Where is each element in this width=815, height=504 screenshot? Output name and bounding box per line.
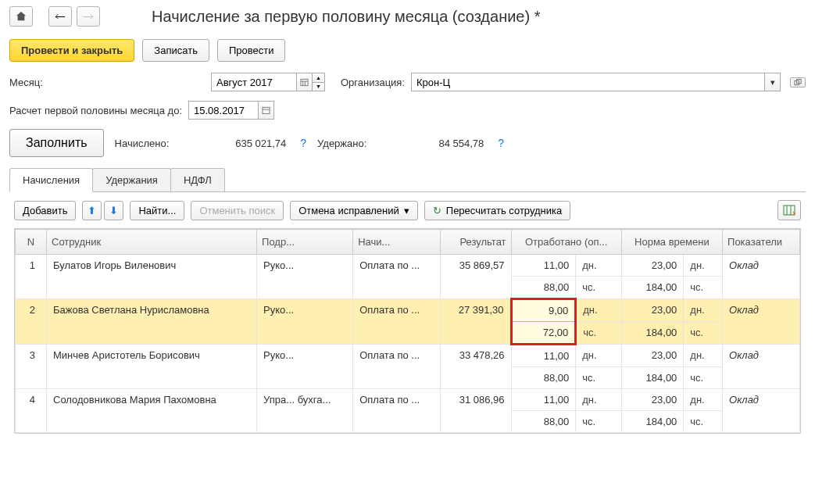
withheld-label: Удержано: <box>317 138 366 149</box>
tab-accruals[interactable]: Начисления <box>9 168 93 192</box>
cell-norm-hours: 184,00 <box>621 367 684 389</box>
cell-indicator: Оклад <box>723 389 800 433</box>
post-button[interactable]: Провести <box>217 39 286 62</box>
cell-employee: Булатов Игорь Виленович <box>47 255 257 299</box>
cell-unit-dn: дн. <box>684 389 723 411</box>
table-row[interactable]: 2 Бажова Светлана Нурисламовна Руко... О… <box>16 299 800 322</box>
cell-norm-days: 23,00 <box>621 345 684 367</box>
home-button[interactable] <box>9 6 33 27</box>
calendar-icon[interactable] <box>297 73 313 91</box>
cell-employee: Солодовникова Мария Пахомовна <box>47 389 257 433</box>
configure-columns-button[interactable] <box>777 200 801 220</box>
cancel-search-button[interactable]: Отменить поиск <box>191 201 284 220</box>
cell-norm-days: 23,00 <box>621 299 684 322</box>
month-down[interactable]: ▼ <box>313 83 324 91</box>
arrow-right-icon: 🡒 <box>83 10 94 23</box>
arrow-down-icon: ⬇ <box>109 205 118 216</box>
cell-indicator: Оклад <box>723 299 800 345</box>
calc-to-label: Расчет первой половины месяца до: <box>9 105 182 116</box>
columns-icon <box>783 205 795 216</box>
month-label: Месяц: <box>9 77 205 88</box>
col-indicators[interactable]: Показатели <box>723 230 800 255</box>
col-calc[interactable]: Начи... <box>353 230 441 255</box>
accrued-label: Начислено: <box>115 138 170 149</box>
cell-unit-ch: чс. <box>576 277 621 299</box>
post-and-close-button[interactable]: Провести и закрыть <box>9 39 134 62</box>
table-row[interactable]: 1 Булатов Игорь Виленович Руко... Оплата… <box>16 255 800 277</box>
cell-worked-hours: 88,00 <box>511 367 576 389</box>
cell-calc: Оплата по ... <box>353 299 441 345</box>
col-n[interactable]: N <box>16 230 47 255</box>
forward-button[interactable]: 🡒 <box>77 6 100 27</box>
save-button[interactable]: Записать <box>142 39 209 62</box>
chevron-down-icon: ▾ <box>404 205 409 216</box>
cell-unit-dn: дн. <box>684 255 723 277</box>
help-icon-2[interactable]: ? <box>498 137 504 149</box>
cell-norm-days: 23,00 <box>621 255 684 277</box>
help-icon[interactable]: ? <box>300 137 306 149</box>
cell-dept: Руко... <box>257 299 353 345</box>
cell-unit-dn: дн. <box>576 345 621 367</box>
cell-n: 2 <box>16 299 47 345</box>
cell-worked-days: 9,00 <box>511 299 576 322</box>
col-norm[interactable]: Норма времени <box>621 230 722 255</box>
cell-worked-hours: 72,00 <box>511 322 576 345</box>
month-input[interactable] <box>211 73 297 91</box>
calc-to-input[interactable] <box>188 101 259 120</box>
cell-unit-dn: дн. <box>684 299 723 322</box>
withheld-value: 84 554,78 <box>377 138 487 149</box>
svg-rect-0 <box>301 79 308 85</box>
tab-deductions[interactable]: Удержания <box>92 168 171 191</box>
cell-employee: Минчев Аристотель Борисович <box>47 345 257 389</box>
org-dropdown-icon[interactable]: ▾ <box>765 73 781 91</box>
accrued-value: 635 021,74 <box>180 138 289 149</box>
find-button[interactable]: Найти... <box>130 201 184 220</box>
accruals-table: N Сотрудник Подр... Начи... Результат От… <box>15 229 800 433</box>
tabs: Начисления Удержания НДФЛ <box>9 168 806 192</box>
cell-unit-ch: чс. <box>576 367 621 389</box>
cell-worked-hours: 88,00 <box>511 411 576 433</box>
home-icon <box>16 11 27 22</box>
cell-calc: Оплата по ... <box>353 255 441 299</box>
add-button[interactable]: Добавить <box>14 201 76 220</box>
calc-to-calendar-icon[interactable] <box>259 101 274 120</box>
col-employee[interactable]: Сотрудник <box>47 230 257 255</box>
col-result[interactable]: Результат <box>441 230 511 255</box>
cell-indicator: Оклад <box>723 345 800 389</box>
cell-norm-hours: 184,00 <box>621 411 684 433</box>
cell-result: 33 478,26 <box>441 345 511 389</box>
recalculate-button[interactable]: ↻ Пересчитать сотрудника <box>424 201 570 220</box>
cell-dept: Руко... <box>257 255 353 299</box>
table-row[interactable]: 3 Минчев Аристотель Борисович Руко... Оп… <box>16 345 800 367</box>
cell-dept: Упра... бухга... <box>257 389 353 433</box>
cell-result: 31 086,96 <box>441 389 511 433</box>
tab-ndfl[interactable]: НДФЛ <box>170 168 225 191</box>
cell-result: 35 869,57 <box>441 255 511 299</box>
cell-n: 4 <box>16 389 47 433</box>
col-worked[interactable]: Отработано (оп... <box>511 230 621 255</box>
cell-result: 27 391,30 <box>441 299 511 345</box>
org-input[interactable] <box>411 73 765 91</box>
fill-button[interactable]: Заполнить <box>9 129 104 157</box>
cell-unit-ch: чс. <box>684 367 723 389</box>
cell-n: 3 <box>16 345 47 389</box>
cell-unit-ch: чс. <box>684 322 723 345</box>
cell-unit-ch: чс. <box>684 411 723 433</box>
col-dept[interactable]: Подр... <box>257 230 353 255</box>
cell-worked-days: 11,00 <box>511 255 576 277</box>
cell-employee: Бажова Светлана Нурисламовна <box>47 299 257 345</box>
month-up[interactable]: ▲ <box>313 73 324 83</box>
move-up-button[interactable]: ⬆ <box>82 201 102 220</box>
move-down-button[interactable]: ⬇ <box>104 201 123 220</box>
cancel-corrections-button[interactable]: Отмена исправлений ▾ <box>290 201 418 220</box>
back-button[interactable]: 🡐 <box>48 6 72 27</box>
detach-icon[interactable] <box>790 77 806 88</box>
cell-norm-days: 23,00 <box>621 389 684 411</box>
svg-rect-6 <box>263 107 270 113</box>
table-row[interactable]: 4 Солодовникова Мария Пахомовна Упра... … <box>16 389 800 411</box>
cell-norm-hours: 184,00 <box>621 277 684 299</box>
cell-unit-ch: чс. <box>576 322 621 345</box>
cell-unit-dn: дн. <box>576 255 621 277</box>
org-label: Организация: <box>341 77 405 88</box>
arrow-left-icon: 🡐 <box>55 10 66 23</box>
